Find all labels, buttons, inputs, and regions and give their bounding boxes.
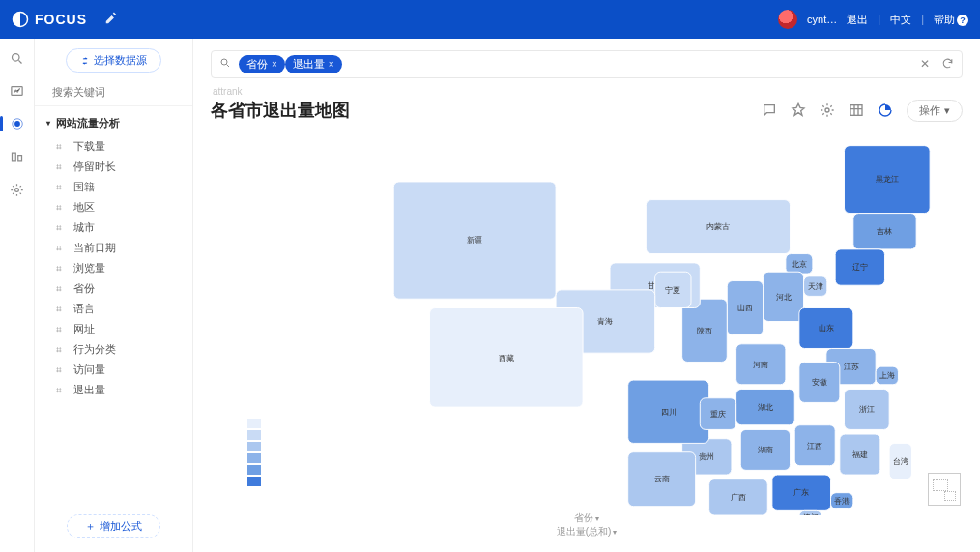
field-icon: ⌗ <box>56 364 68 376</box>
tree-item[interactable]: ⌗退出量 <box>46 380 185 400</box>
sidebar: 选择数据源 ▾网站流量分析 ⌗下载量⌗停留时长⌗国籍⌗地区⌗城市⌗当前日期⌗浏览… <box>35 39 193 552</box>
tree-item[interactable]: ⌗访问量 <box>46 360 185 380</box>
field-tree: ▾网站流量分析 ⌗下载量⌗停留时长⌗国籍⌗地区⌗城市⌗当前日期⌗浏览量⌗省份⌗语… <box>35 106 192 514</box>
app-name: FOCUS <box>35 12 87 27</box>
query-chip[interactable]: 退出量 × <box>285 55 342 73</box>
tree-item[interactable]: ⌗地区 <box>46 197 185 218</box>
svg-point-7 <box>15 188 19 191</box>
field-icon: ⌗ <box>56 182 68 193</box>
breadcrumb: attrank <box>213 86 961 97</box>
svg-text:天津: 天津 <box>808 281 823 291</box>
app-logo[interactable]: FOCUS <box>12 11 87 28</box>
swap-icon <box>80 56 90 66</box>
field-icon: ⌗ <box>56 222 68 234</box>
svg-text:西藏: 西藏 <box>499 353 514 363</box>
svg-text:河南: 河南 <box>753 360 768 369</box>
svg-text:山西: 山西 <box>737 303 753 312</box>
topbar-right: cynt… 退出 | 中文 | 帮助? <box>778 10 968 29</box>
nav-rail <box>0 39 35 552</box>
tree-item[interactable]: ⌗当前日期 <box>46 238 185 258</box>
query-bar[interactable]: 省份 ×退出量 × ✕ <box>211 50 963 78</box>
tree-header[interactable]: ▾网站流量分析 <box>46 116 185 131</box>
field-icon: ⌗ <box>56 324 68 335</box>
svg-text:安徽: 安徽 <box>812 377 827 387</box>
query-chip[interactable]: 省份 × <box>239 55 285 73</box>
comment-icon[interactable] <box>762 102 777 118</box>
tree-item[interactable]: ⌗城市 <box>46 218 185 238</box>
china-map[interactable]: 黑龙江吉林辽宁北京天津河北内蒙古山西山东河南江苏上海安徽浙江湖北湖南江西福建台湾… <box>365 128 963 515</box>
close-icon[interactable]: × <box>272 59 277 70</box>
pin-nav-icon[interactable] <box>10 116 25 131</box>
caret-down-icon: ▾ <box>46 119 50 128</box>
tree-item[interactable]: ⌗下载量 <box>46 136 185 157</box>
svg-text:台湾: 台湾 <box>893 456 908 466</box>
data-icon[interactable] <box>10 149 25 164</box>
edit-icon[interactable] <box>104 12 118 28</box>
lang-link[interactable]: 中文 <box>890 13 911 27</box>
page-title: 各省市退出量地图 <box>211 99 350 122</box>
svg-text:河北: 河北 <box>776 292 792 302</box>
svg-text:福建: 福建 <box>852 450 868 459</box>
dashboard-icon[interactable] <box>10 83 25 99</box>
tree-item[interactable]: ⌗浏览量 <box>46 258 185 278</box>
logout-link[interactable]: 退出 <box>847 13 868 27</box>
user-name[interactable]: cynt… <box>807 14 837 25</box>
help-link[interactable]: 帮助? <box>934 13 968 27</box>
close-icon[interactable]: × <box>329 59 334 70</box>
svg-text:香港: 香港 <box>834 496 850 506</box>
tree-item[interactable]: ⌗停留时长 <box>46 157 185 177</box>
color-legend <box>247 419 261 486</box>
refresh-icon[interactable] <box>941 57 954 73</box>
svg-text:陕西: 陕西 <box>697 326 712 335</box>
field-icon: ⌗ <box>56 161 68 173</box>
svg-text:新疆: 新疆 <box>467 235 482 245</box>
toolbar: 操作▾ <box>762 100 963 122</box>
svg-point-1 <box>13 53 20 61</box>
gear-icon[interactable] <box>820 102 835 118</box>
svg-text:内蒙古: 内蒙古 <box>706 221 730 231</box>
svg-text:上海: 上海 <box>879 370 895 380</box>
topbar: FOCUS cynt… 退出 | 中文 | 帮助? <box>0 0 980 39</box>
search-icon <box>219 57 231 72</box>
svg-text:广东: 广东 <box>793 487 809 497</box>
svg-text:宁夏: 宁夏 <box>665 285 680 295</box>
operations-button[interactable]: 操作▾ <box>907 100 963 122</box>
field-icon: ⌗ <box>56 141 68 153</box>
tree-item[interactable]: ⌗行为分类 <box>46 339 185 360</box>
svg-rect-6 <box>18 155 22 160</box>
svg-text:四川: 四川 <box>661 407 677 417</box>
field-search-input[interactable] <box>52 86 186 98</box>
field-icon: ⌗ <box>56 243 68 254</box>
chart-type-icon[interactable] <box>878 102 893 118</box>
svg-text:江西: 江西 <box>807 441 822 450</box>
search-icon[interactable] <box>10 50 25 66</box>
tree-item[interactable]: ⌗网址 <box>46 319 185 339</box>
pin-icon[interactable] <box>791 102 806 118</box>
svg-text:江苏: 江苏 <box>844 362 859 371</box>
settings-icon[interactable] <box>10 182 25 197</box>
svg-text:浙江: 浙江 <box>859 404 875 414</box>
table-icon[interactable] <box>849 102 864 118</box>
svg-text:吉林: 吉林 <box>877 226 892 236</box>
svg-text:澳门: 澳门 <box>803 512 819 515</box>
tree-item[interactable]: ⌗语言 <box>46 299 185 319</box>
svg-text:湖南: 湖南 <box>758 445 773 454</box>
datasource-button[interactable]: 选择数据源 <box>66 48 161 73</box>
field-icon: ⌗ <box>56 283 68 295</box>
field-search[interactable] <box>35 82 192 106</box>
add-formula-button[interactable]: ＋ 增加公式 <box>67 514 159 538</box>
svg-text:北京: 北京 <box>792 259 807 269</box>
tree-item[interactable]: ⌗省份 <box>46 278 185 299</box>
svg-rect-5 <box>13 153 16 161</box>
svg-point-3 <box>14 121 20 127</box>
svg-text:重庆: 重庆 <box>710 409 726 419</box>
tree-item[interactable]: ⌗国籍 <box>46 177 185 197</box>
avatar[interactable] <box>778 10 797 29</box>
svg-rect-11 <box>850 105 862 116</box>
chevron-down-icon: ▾ <box>944 104 950 117</box>
field-icon: ⌗ <box>56 202 68 214</box>
svg-text:贵州: 贵州 <box>699 451 714 461</box>
axis-labels: 省份 ▾ 退出量(总和) ▾ <box>557 511 618 538</box>
clear-icon[interactable]: ✕ <box>920 57 930 73</box>
svg-text:云南: 云南 <box>654 474 670 483</box>
